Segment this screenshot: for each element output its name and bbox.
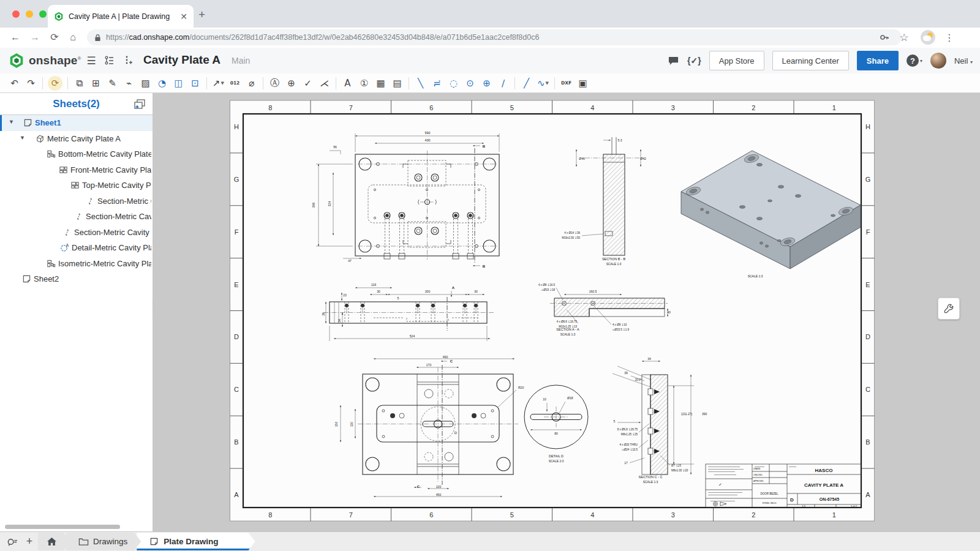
center-mark-icon[interactable]: ⊕ (478, 75, 495, 91)
onshape-logo-icon (9, 53, 24, 69)
drawing-canvas[interactable]: HHGGFFEEDDCCBBAA8877665544332211 (153, 93, 980, 531)
tab-plate-drawing[interactable]: Plate Drawing (137, 533, 255, 550)
chevron-down-icon[interactable]: ▼ (221, 81, 224, 86)
zone-label: H (865, 123, 870, 130)
drawing-label: ⊔Ø15.5 ↧1.9 (612, 328, 630, 331)
zone-label: H (234, 123, 239, 130)
address-bar[interactable]: https://cad.onshape.com/documents/262f8d… (87, 29, 902, 45)
app-store-button[interactable]: App Store (709, 51, 764, 70)
sketch-spline-icon[interactable]: ∿▼ (535, 75, 551, 91)
callout-icon[interactable]: ⊕ (283, 75, 300, 91)
follow-mode-icon[interactable] (119, 48, 137, 73)
insert-image-icon[interactable]: ▣ (575, 75, 591, 91)
construction-line-icon[interactable]: ∕ (495, 75, 511, 91)
drawing-label: 4 x Ø14 ↧36 (564, 231, 580, 234)
sheet-tree-item[interactable]: ▼Metric Cavity Plate A (0, 131, 153, 147)
reload-icon[interactable]: ⟳ (47, 29, 62, 45)
drawing-sheet[interactable]: HHGGFFEEDDCCBBAA8877665544332211 (230, 100, 875, 522)
auxiliary-view-icon[interactable]: ✎ (104, 75, 121, 91)
drawing-label: 100 (436, 485, 442, 489)
crop-view-icon[interactable]: ⊡ (187, 75, 203, 91)
user-avatar[interactable] (930, 53, 946, 69)
browser-tab[interactable]: Cavity Plate A | Plate Drawing ✕ (48, 5, 194, 28)
browser-profile-avatar[interactable] (921, 30, 935, 45)
minimize-window-button[interactable] (26, 10, 33, 18)
add-sheet-button[interactable] (133, 97, 146, 111)
tab-close-icon[interactable]: ✕ (180, 12, 187, 21)
export-dxf-icon[interactable]: DXF (558, 75, 575, 91)
forward-icon[interactable]: → (27, 29, 43, 45)
onshape-logo[interactable]: onshape® (9, 53, 81, 69)
zone-label: C (234, 386, 239, 393)
insert-view-icon[interactable]: ⧉ (71, 75, 88, 91)
center-mark-three-point-icon[interactable]: ◌ (445, 75, 462, 91)
section-view-icon[interactable]: ⌁ (121, 75, 137, 91)
new-tab-button[interactable]: + (198, 8, 205, 21)
close-window-button[interactable] (12, 10, 20, 18)
tree-expand-caret[interactable]: ▼ (9, 119, 14, 125)
search-tabs-icon[interactable] (4, 534, 21, 550)
note-icon[interactable]: Ⓐ (266, 75, 283, 91)
break-out-section-icon[interactable]: ▨ (137, 75, 154, 91)
chevron-down-icon[interactable]: ▼ (546, 81, 549, 86)
redo-icon[interactable]: ↷ (23, 75, 39, 91)
document-menu-icon[interactable]: ☰ (82, 48, 100, 73)
update-drawing-icon[interactable]: ⟳ (48, 76, 62, 91)
learning-center-button[interactable]: Learning Center (772, 51, 849, 70)
section-icon (86, 197, 96, 206)
sheet-tree-item[interactable]: Section-Metric Cavity (0, 209, 153, 225)
inspection-symbol-icon[interactable]: ① (356, 75, 372, 91)
help-menu[interactable]: ? ▾ (907, 54, 922, 67)
share-button[interactable]: Share (857, 51, 899, 70)
sheet-tree-item[interactable]: Top-Metric Cavity Pl (0, 178, 153, 193)
projected-view-icon[interactable]: ⊞ (88, 75, 104, 91)
diameter-dimension-icon[interactable]: ⌀ (243, 75, 260, 91)
undo-icon[interactable]: ↶ (6, 75, 23, 91)
drawing-label: 110 (350, 422, 353, 427)
versions-icon[interactable] (100, 48, 119, 73)
sketch-line-icon[interactable]: ╱ (518, 75, 535, 91)
surface-finish-icon[interactable]: ✓ (300, 75, 316, 91)
sheet-tree-item[interactable]: Front-Metric Cavity Plat (0, 162, 153, 178)
broken-view-icon[interactable]: ◫ (170, 75, 187, 91)
centerline-two-point-icon[interactable]: ≓ (429, 75, 445, 91)
sheet-tree-item[interactable]: Isometric-Metric Cavity Plat (0, 256, 153, 272)
sheet-tree-item[interactable]: Section-Metric Cavity Pl (0, 225, 153, 241)
drawing-properties-button[interactable] (938, 298, 960, 320)
sheet-tree-item[interactable]: ADetail-Metric Cavity Plat (0, 240, 153, 256)
workspace-name[interactable]: Main (232, 56, 250, 66)
weld-symbol-icon[interactable]: ⋌ (316, 75, 333, 91)
detail-view-icon[interactable]: ◔ (154, 75, 170, 91)
sheet-tree-item[interactable]: Section-Metric Ca (0, 193, 153, 209)
tree-expand-caret[interactable]: ▼ (20, 135, 25, 141)
table-icon[interactable]: ▦ (372, 75, 389, 91)
add-tab-button[interactable]: + (21, 534, 38, 550)
drawing-label: ✓ (718, 482, 722, 487)
ordinate-dimension-icon[interactable]: 012 (227, 75, 243, 91)
breadcrumb-drawings-tab[interactable]: Drawings (66, 533, 141, 550)
center-mark-circle-icon[interactable]: ⊙ (462, 75, 478, 91)
sheet-tree-item[interactable]: Sheet2 (0, 271, 153, 287)
comment-icon[interactable] (668, 56, 679, 66)
user-name[interactable]: Neil ▾ (954, 56, 973, 66)
drawing-label: Ø7 ↧23 (671, 464, 682, 467)
bookmark-star-icon[interactable]: ☆ (897, 30, 911, 45)
back-icon[interactable]: ← (7, 29, 23, 45)
sheet-tree-item[interactable]: Bottom-Metric Cavity Plate (0, 146, 153, 162)
home-icon[interactable]: ⌂ (65, 29, 81, 45)
zone-label: 4 (590, 104, 594, 111)
zone-label: 4 (590, 511, 594, 519)
maximize-window-button[interactable] (39, 10, 47, 18)
bom-table-icon[interactable]: ▤ (389, 75, 405, 91)
browser-menu-icon[interactable]: ⋮ (942, 30, 957, 45)
dimension-icon[interactable]: ↗▼ (210, 75, 227, 91)
sheet-tree-item[interactable]: ▼Sheet1 (0, 115, 153, 131)
drawing-label: 47 (348, 259, 352, 263)
text-icon[interactable]: A (339, 75, 356, 91)
centerline-icon[interactable]: ╲ (412, 75, 429, 91)
password-key-icon[interactable] (877, 30, 892, 45)
drawing-label: 396 (312, 203, 315, 208)
featurescript-icon[interactable]: {✓} (687, 56, 701, 66)
home-tab[interactable] (38, 533, 70, 550)
horizontal-scrollbar[interactable] (5, 525, 120, 529)
